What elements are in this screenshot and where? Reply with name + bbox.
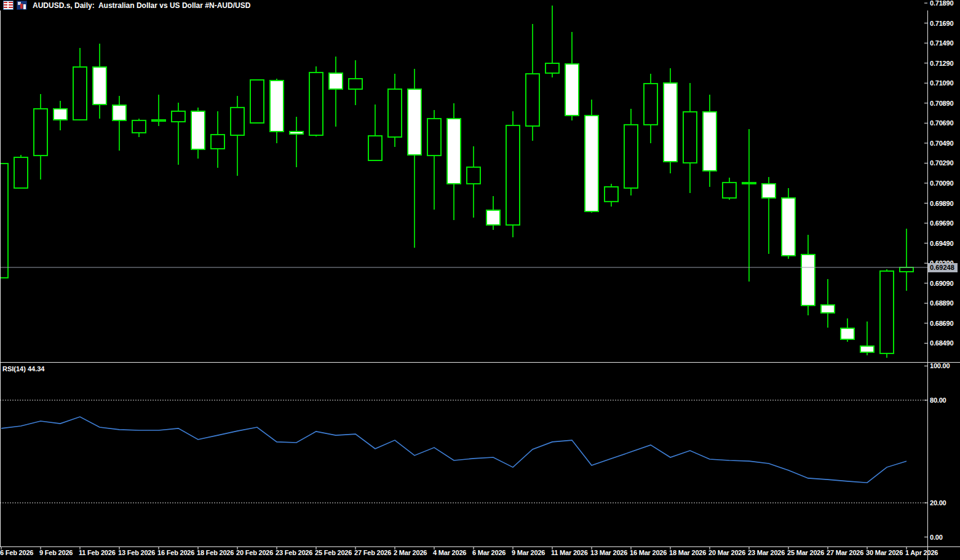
price-tick-label: 0.68690 [930,320,953,327]
candle [368,105,382,160]
candle-body [565,64,579,116]
date-axis[interactable]: 6 Feb 20269 Feb 202611 Feb 202613 Feb 20… [0,547,938,556]
date-tick-label: 16 Feb 2026 [157,549,194,556]
candle [93,44,106,119]
main-chart-plot[interactable] [0,6,913,358]
date-tick-label: 20 Mar 2026 [708,549,745,556]
rsi-tick-label: 20.00 [930,499,946,507]
candle-body [349,79,362,89]
candle-body [683,112,697,163]
candle [408,69,421,248]
date-tick-label: 25 Mar 2026 [787,549,824,556]
candle-body [368,136,382,160]
candle-body [73,67,87,120]
price-tick-label: 0.68490 [930,339,953,347]
candle-body [664,83,677,162]
candle [506,111,520,237]
date-tick-label: 6 Feb 2026 [0,549,33,556]
candle-body [172,111,185,122]
candle [250,80,264,123]
candle [664,68,677,173]
rsi-tick-label: 0.00 [930,534,943,541]
candle [545,6,559,77]
date-tick-label: 9 Mar 2026 [512,549,545,556]
candle [703,95,716,187]
chart-canvas[interactable]: 0.718900.716900.714900.712900.710900.708… [0,0,960,560]
chart-frame [0,10,960,560]
candle [742,129,756,282]
candle [605,184,618,207]
date-tick-label: 11 Feb 2026 [79,549,116,556]
candle [427,110,441,210]
candle-body [290,132,303,134]
rsi-line [1,417,906,483]
price-tick-label: 0.70290 [930,159,953,167]
candle-body [132,120,146,133]
current-price-badge: 0.69248 [928,263,958,272]
candle [585,100,598,213]
candle-body [467,167,480,184]
date-tick-label: 18 Feb 2026 [197,549,234,556]
price-tick-label: 0.70890 [930,100,953,107]
candle [900,229,913,291]
candle [782,188,795,259]
date-tick-label: 18 Mar 2026 [669,549,706,556]
date-tick-label: 9 Feb 2026 [39,549,73,556]
rsi-indicator-label: RSI(14) 44.34 [2,365,44,373]
candle [624,109,638,195]
candle [880,269,894,358]
price-tick-label: 0.69890 [930,200,953,207]
candle-body [801,254,815,306]
price-tick-label: 0.71290 [930,60,953,67]
candle-body [742,183,756,184]
candle [565,32,579,120]
rsi-tick-label: 80.00 [930,396,946,404]
date-tick-label: 30 Mar 2026 [866,549,903,556]
price-tick-label: 0.71090 [930,79,953,87]
candle-body [427,119,441,156]
candle [113,96,126,151]
candle-body [605,187,618,202]
candle-body [211,135,224,149]
candle [73,48,87,120]
price-axis[interactable]: 0.718900.716900.714900.712900.710900.708… [924,0,953,347]
candle-body [585,116,598,211]
candle-body [900,267,913,272]
candle-body [14,157,28,188]
candle-body [782,198,795,256]
candle-body [113,105,126,120]
candle [0,164,8,278]
candle-body [703,112,716,171]
candle-body [329,73,343,89]
candle-body [93,67,106,105]
date-tick-label: 27 Feb 2026 [354,549,391,556]
candle-body [644,84,657,125]
price-tick-label: 0.70490 [930,140,953,147]
date-tick-label: 13 Feb 2026 [118,549,155,556]
candle [388,74,402,147]
rsi-panel[interactable] [0,400,927,503]
report-icon [3,1,14,10]
candle [841,318,854,342]
candle-body [624,125,638,188]
candle [54,101,67,130]
date-tick-label: 23 Feb 2026 [276,549,312,556]
chart-window-icon [17,1,27,10]
candle [644,74,657,143]
candle [467,146,480,218]
date-tick-label: 16 Mar 2026 [630,549,667,556]
rsi-axis[interactable]: 100.0080.0020.000.00 [924,362,950,540]
date-tick-label: 1 Apr 2026 [905,549,938,556]
price-tick-label: 0.71490 [930,39,953,47]
candle-body [388,89,402,137]
date-tick-label: 6 Mar 2026 [472,549,506,556]
price-tick-label: 0.68890 [930,299,953,307]
price-tick-label: 0.70690 [930,119,953,127]
chart-title-bar: AUDUSD.s, Daily: Australian Dollar vs US… [0,0,960,10]
candle [152,95,165,126]
candle-body [880,271,894,353]
candle [447,103,461,220]
candle [349,60,362,105]
price-tick-label: 0.69490 [930,240,953,247]
date-tick-label: 4 Mar 2026 [433,549,466,556]
